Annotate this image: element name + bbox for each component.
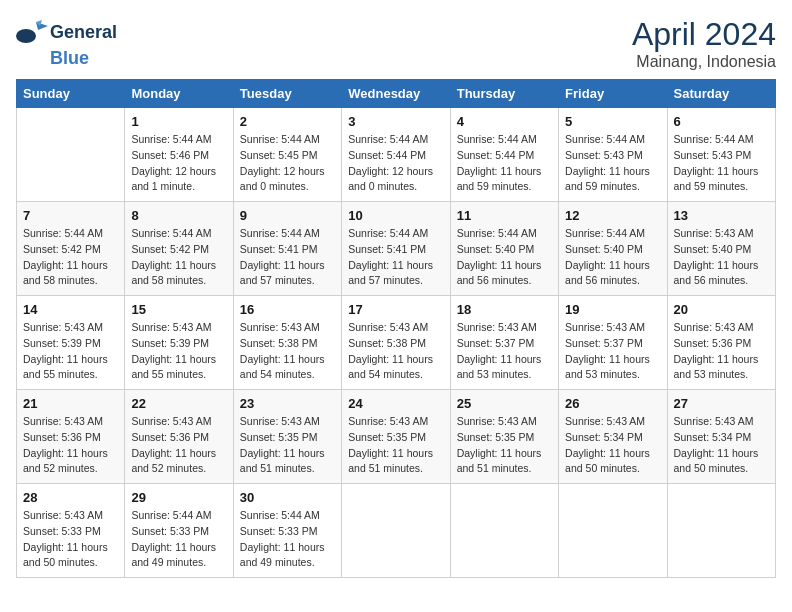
- calendar-cell: 18Sunrise: 5:43 AM Sunset: 5:37 PM Dayli…: [450, 296, 558, 390]
- calendar-week-1: 1Sunrise: 5:44 AM Sunset: 5:46 PM Daylig…: [17, 108, 776, 202]
- calendar-cell: 16Sunrise: 5:43 AM Sunset: 5:38 PM Dayli…: [233, 296, 341, 390]
- day-detail: Sunrise: 5:43 AM Sunset: 5:33 PM Dayligh…: [23, 508, 118, 571]
- calendar-cell: 1Sunrise: 5:44 AM Sunset: 5:46 PM Daylig…: [125, 108, 233, 202]
- day-detail: Sunrise: 5:44 AM Sunset: 5:40 PM Dayligh…: [457, 226, 552, 289]
- day-number: 18: [457, 302, 552, 317]
- calendar-cell: [450, 484, 558, 578]
- day-detail: Sunrise: 5:44 AM Sunset: 5:33 PM Dayligh…: [131, 508, 226, 571]
- weekday-header-tuesday: Tuesday: [233, 80, 341, 108]
- calendar-week-4: 21Sunrise: 5:43 AM Sunset: 5:36 PM Dayli…: [17, 390, 776, 484]
- calendar-cell: 21Sunrise: 5:43 AM Sunset: 5:36 PM Dayli…: [17, 390, 125, 484]
- day-number: 14: [23, 302, 118, 317]
- calendar-cell: 4Sunrise: 5:44 AM Sunset: 5:44 PM Daylig…: [450, 108, 558, 202]
- day-detail: Sunrise: 5:43 AM Sunset: 5:38 PM Dayligh…: [348, 320, 443, 383]
- day-number: 1: [131, 114, 226, 129]
- calendar-cell: 19Sunrise: 5:43 AM Sunset: 5:37 PM Dayli…: [559, 296, 667, 390]
- calendar-cell: [342, 484, 450, 578]
- day-detail: Sunrise: 5:43 AM Sunset: 5:36 PM Dayligh…: [131, 414, 226, 477]
- month-title: April 2024: [632, 16, 776, 53]
- day-detail: Sunrise: 5:44 AM Sunset: 5:43 PM Dayligh…: [674, 132, 769, 195]
- weekday-header-thursday: Thursday: [450, 80, 558, 108]
- calendar-cell: 26Sunrise: 5:43 AM Sunset: 5:34 PM Dayli…: [559, 390, 667, 484]
- weekday-row: SundayMondayTuesdayWednesdayThursdayFrid…: [17, 80, 776, 108]
- day-detail: Sunrise: 5:43 AM Sunset: 5:34 PM Dayligh…: [674, 414, 769, 477]
- day-detail: Sunrise: 5:43 AM Sunset: 5:35 PM Dayligh…: [348, 414, 443, 477]
- logo-text-general: General: [50, 22, 117, 43]
- calendar-cell: 24Sunrise: 5:43 AM Sunset: 5:35 PM Dayli…: [342, 390, 450, 484]
- calendar-week-2: 7Sunrise: 5:44 AM Sunset: 5:42 PM Daylig…: [17, 202, 776, 296]
- calendar-cell: 30Sunrise: 5:44 AM Sunset: 5:33 PM Dayli…: [233, 484, 341, 578]
- day-detail: Sunrise: 5:44 AM Sunset: 5:42 PM Dayligh…: [131, 226, 226, 289]
- day-number: 29: [131, 490, 226, 505]
- weekday-header-saturday: Saturday: [667, 80, 775, 108]
- day-number: 7: [23, 208, 118, 223]
- day-number: 10: [348, 208, 443, 223]
- calendar-cell: 27Sunrise: 5:43 AM Sunset: 5:34 PM Dayli…: [667, 390, 775, 484]
- day-detail: Sunrise: 5:44 AM Sunset: 5:40 PM Dayligh…: [565, 226, 660, 289]
- calendar-cell: [667, 484, 775, 578]
- calendar-cell: 23Sunrise: 5:43 AM Sunset: 5:35 PM Dayli…: [233, 390, 341, 484]
- day-number: 20: [674, 302, 769, 317]
- day-number: 17: [348, 302, 443, 317]
- calendar-cell: 5Sunrise: 5:44 AM Sunset: 5:43 PM Daylig…: [559, 108, 667, 202]
- calendar-cell: 12Sunrise: 5:44 AM Sunset: 5:40 PM Dayli…: [559, 202, 667, 296]
- calendar-cell: [559, 484, 667, 578]
- day-number: 2: [240, 114, 335, 129]
- logo-container: General Blue: [16, 16, 117, 69]
- day-detail: Sunrise: 5:44 AM Sunset: 5:42 PM Dayligh…: [23, 226, 118, 289]
- day-number: 22: [131, 396, 226, 411]
- day-detail: Sunrise: 5:44 AM Sunset: 5:46 PM Dayligh…: [131, 132, 226, 195]
- calendar-cell: 29Sunrise: 5:44 AM Sunset: 5:33 PM Dayli…: [125, 484, 233, 578]
- calendar-cell: 3Sunrise: 5:44 AM Sunset: 5:44 PM Daylig…: [342, 108, 450, 202]
- day-number: 24: [348, 396, 443, 411]
- calendar-cell: 6Sunrise: 5:44 AM Sunset: 5:43 PM Daylig…: [667, 108, 775, 202]
- day-number: 11: [457, 208, 552, 223]
- day-number: 3: [348, 114, 443, 129]
- weekday-header-sunday: Sunday: [17, 80, 125, 108]
- day-detail: Sunrise: 5:44 AM Sunset: 5:45 PM Dayligh…: [240, 132, 335, 195]
- day-detail: Sunrise: 5:44 AM Sunset: 5:41 PM Dayligh…: [240, 226, 335, 289]
- day-number: 28: [23, 490, 118, 505]
- day-number: 27: [674, 396, 769, 411]
- day-detail: Sunrise: 5:43 AM Sunset: 5:37 PM Dayligh…: [565, 320, 660, 383]
- day-number: 21: [23, 396, 118, 411]
- day-number: 15: [131, 302, 226, 317]
- calendar-week-5: 28Sunrise: 5:43 AM Sunset: 5:33 PM Dayli…: [17, 484, 776, 578]
- calendar-cell: 13Sunrise: 5:43 AM Sunset: 5:40 PM Dayli…: [667, 202, 775, 296]
- day-number: 4: [457, 114, 552, 129]
- day-detail: Sunrise: 5:43 AM Sunset: 5:34 PM Dayligh…: [565, 414, 660, 477]
- day-detail: Sunrise: 5:43 AM Sunset: 5:40 PM Dayligh…: [674, 226, 769, 289]
- calendar-header: SundayMondayTuesdayWednesdayThursdayFrid…: [17, 80, 776, 108]
- day-number: 5: [565, 114, 660, 129]
- calendar-cell: 20Sunrise: 5:43 AM Sunset: 5:36 PM Dayli…: [667, 296, 775, 390]
- calendar-body: 1Sunrise: 5:44 AM Sunset: 5:46 PM Daylig…: [17, 108, 776, 578]
- day-detail: Sunrise: 5:43 AM Sunset: 5:39 PM Dayligh…: [131, 320, 226, 383]
- weekday-header-wednesday: Wednesday: [342, 80, 450, 108]
- day-number: 13: [674, 208, 769, 223]
- day-number: 16: [240, 302, 335, 317]
- day-number: 19: [565, 302, 660, 317]
- day-detail: Sunrise: 5:43 AM Sunset: 5:35 PM Dayligh…: [240, 414, 335, 477]
- calendar-cell: 10Sunrise: 5:44 AM Sunset: 5:41 PM Dayli…: [342, 202, 450, 296]
- location-title: Mainang, Indonesia: [632, 53, 776, 71]
- day-number: 8: [131, 208, 226, 223]
- day-detail: Sunrise: 5:44 AM Sunset: 5:41 PM Dayligh…: [348, 226, 443, 289]
- weekday-header-friday: Friday: [559, 80, 667, 108]
- calendar-cell: 17Sunrise: 5:43 AM Sunset: 5:38 PM Dayli…: [342, 296, 450, 390]
- calendar-cell: 28Sunrise: 5:43 AM Sunset: 5:33 PM Dayli…: [17, 484, 125, 578]
- day-detail: Sunrise: 5:43 AM Sunset: 5:35 PM Dayligh…: [457, 414, 552, 477]
- calendar-table: SundayMondayTuesdayWednesdayThursdayFrid…: [16, 79, 776, 578]
- svg-point-0: [16, 29, 36, 43]
- day-detail: Sunrise: 5:44 AM Sunset: 5:44 PM Dayligh…: [348, 132, 443, 195]
- day-number: 9: [240, 208, 335, 223]
- day-detail: Sunrise: 5:43 AM Sunset: 5:37 PM Dayligh…: [457, 320, 552, 383]
- calendar-cell: 7Sunrise: 5:44 AM Sunset: 5:42 PM Daylig…: [17, 202, 125, 296]
- calendar-cell: 14Sunrise: 5:43 AM Sunset: 5:39 PM Dayli…: [17, 296, 125, 390]
- calendar-cell: [17, 108, 125, 202]
- logo: General Blue: [16, 16, 117, 69]
- calendar-week-3: 14Sunrise: 5:43 AM Sunset: 5:39 PM Dayli…: [17, 296, 776, 390]
- calendar-cell: 2Sunrise: 5:44 AM Sunset: 5:45 PM Daylig…: [233, 108, 341, 202]
- day-detail: Sunrise: 5:43 AM Sunset: 5:36 PM Dayligh…: [674, 320, 769, 383]
- calendar-cell: 25Sunrise: 5:43 AM Sunset: 5:35 PM Dayli…: [450, 390, 558, 484]
- page-header: General Blue April 2024 Mainang, Indones…: [16, 16, 776, 71]
